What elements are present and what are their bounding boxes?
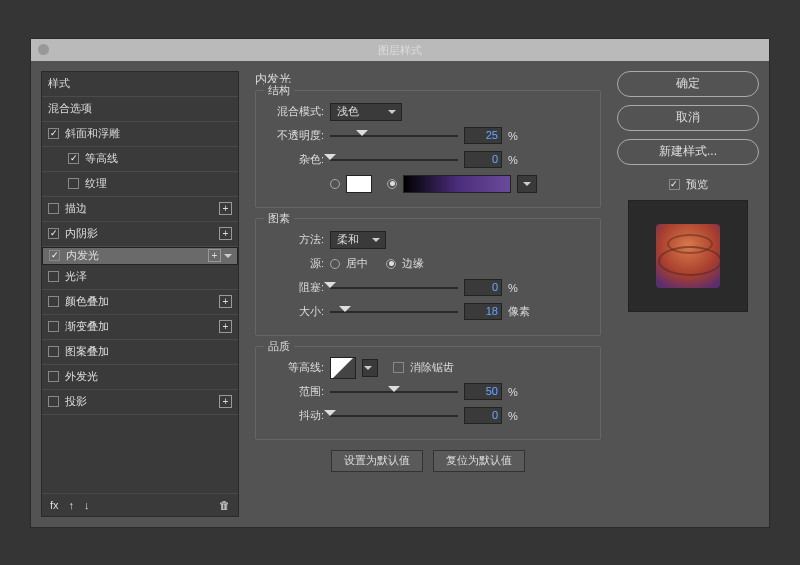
add-icon[interactable]: +: [219, 295, 232, 308]
group-quality: 品质 等高线: 消除锯齿 范围:50% 抖动:0%: [255, 346, 601, 440]
checkbox-icon[interactable]: [48, 228, 59, 239]
ok-button[interactable]: 确定: [617, 71, 759, 97]
panel-title: 内发光: [255, 71, 601, 88]
opacity-input[interactable]: 25: [464, 127, 502, 144]
sidebar-item-blend[interactable]: 混合选项: [42, 97, 238, 122]
trash-icon[interactable]: 🗑: [219, 499, 230, 511]
checkbox-icon[interactable]: [48, 321, 59, 332]
sidebar-item-pattov[interactable]: 图案叠加: [42, 340, 238, 365]
sidebar-item-stroke[interactable]: 描边+: [42, 197, 238, 222]
noise-input[interactable]: 0: [464, 151, 502, 168]
checkbox-icon[interactable]: [48, 271, 59, 282]
fx-icon[interactable]: fx: [50, 499, 59, 511]
new-style-button[interactable]: 新建样式...: [617, 139, 759, 165]
preview-checkbox[interactable]: [669, 179, 680, 190]
checkbox-icon[interactable]: [48, 396, 59, 407]
arrow-down-icon[interactable]: ↓: [84, 499, 90, 511]
sidebar-item-colorov[interactable]: 颜色叠加+: [42, 290, 238, 315]
contour-menu[interactable]: [362, 359, 378, 377]
make-default-button[interactable]: 设置为默认值: [331, 450, 423, 472]
sidebar-item-outerglow[interactable]: 外发光: [42, 365, 238, 390]
checkbox-icon[interactable]: [48, 296, 59, 307]
add-icon[interactable]: +: [219, 320, 232, 333]
noise-slider[interactable]: [330, 153, 458, 167]
color-swatch[interactable]: [346, 175, 372, 193]
preview-panel: [628, 200, 748, 312]
contour-picker[interactable]: [330, 357, 356, 379]
blend-mode-select[interactable]: 浅色: [330, 103, 402, 121]
jitter-input[interactable]: 0: [464, 407, 502, 424]
antialias-checkbox[interactable]: [393, 362, 404, 373]
color-type-gradient-radio[interactable]: [387, 179, 397, 189]
choke-input[interactable]: 0: [464, 279, 502, 296]
add-icon[interactable]: +: [219, 202, 232, 215]
sidebar-item-bevel[interactable]: 斜面和浮雕: [42, 122, 238, 147]
choke-slider[interactable]: [330, 281, 458, 295]
gradient-picker[interactable]: [403, 175, 511, 193]
size-input[interactable]: 18: [464, 303, 502, 320]
settings-panel: 内发光 结构 混合模式:浅色 不透明度:25% 杂色:0% 图素 方法:柔和 源…: [247, 71, 609, 517]
sidebar-footer: fx ↑ ↓ 🗑: [42, 493, 238, 516]
add-icon[interactable]: +: [208, 249, 221, 262]
gradient-menu[interactable]: [517, 175, 537, 193]
jitter-slider[interactable]: [330, 409, 458, 423]
close-icon[interactable]: [38, 44, 49, 55]
side-buttons: 确定 取消 新建样式... 预览: [617, 71, 759, 517]
range-slider[interactable]: [330, 385, 458, 399]
sidebar-item-innershadow[interactable]: 内阴影+: [42, 222, 238, 247]
sidebar-item-innerglow[interactable]: 内发光+: [42, 247, 238, 265]
dialog-title: 图层样式: [378, 44, 422, 56]
style-list: 样式 混合选项 斜面和浮雕 等高线 纹理 描边+ 内阴影+ 内发光+ 光泽 颜色…: [41, 71, 239, 517]
group-elements: 图素 方法:柔和 源:居中 边缘 阻塞:0% 大小:18像素: [255, 218, 601, 336]
sidebar-item-styles[interactable]: 样式: [42, 72, 238, 97]
checkbox-icon[interactable]: [48, 371, 59, 382]
layer-style-dialog: 图层样式 样式 混合选项 斜面和浮雕 等高线 纹理 描边+ 内阴影+ 内发光+ …: [30, 38, 770, 528]
sidebar-item-gradov[interactable]: 渐变叠加+: [42, 315, 238, 340]
arrow-up-icon[interactable]: ↑: [69, 499, 75, 511]
titlebar: 图层样式: [31, 39, 769, 61]
cancel-button[interactable]: 取消: [617, 105, 759, 131]
sidebar-item-satin[interactable]: 光泽: [42, 265, 238, 290]
add-icon[interactable]: +: [219, 227, 232, 240]
color-type-solid-radio[interactable]: [330, 179, 340, 189]
reset-default-button[interactable]: 复位为默认值: [433, 450, 525, 472]
checkbox-icon[interactable]: [49, 250, 60, 261]
range-input[interactable]: 50: [464, 383, 502, 400]
opacity-slider[interactable]: [330, 129, 458, 143]
group-structure: 结构 混合模式:浅色 不透明度:25% 杂色:0%: [255, 90, 601, 208]
sidebar-item-texture[interactable]: 纹理: [42, 172, 238, 197]
source-center-radio[interactable]: [330, 259, 340, 269]
size-slider[interactable]: [330, 305, 458, 319]
source-edge-radio[interactable]: [386, 259, 396, 269]
checkbox-icon[interactable]: [48, 128, 59, 139]
sidebar-item-contour[interactable]: 等高线: [42, 147, 238, 172]
checkbox-icon[interactable]: [68, 153, 79, 164]
technique-select[interactable]: 柔和: [330, 231, 386, 249]
checkbox-icon[interactable]: [48, 203, 59, 214]
preview-thumbnail: [656, 224, 720, 288]
add-icon[interactable]: +: [219, 395, 232, 408]
sidebar-item-drop[interactable]: 投影+: [42, 390, 238, 415]
checkbox-icon[interactable]: [48, 346, 59, 357]
checkbox-icon[interactable]: [68, 178, 79, 189]
